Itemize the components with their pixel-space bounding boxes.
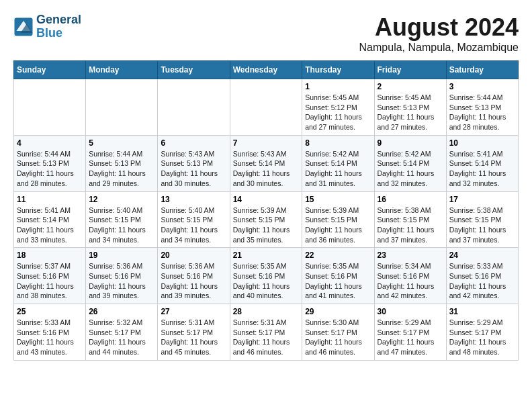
calendar-cell: 25Sunrise: 5:33 AMSunset: 5:16 PMDayligh… — [14, 304, 86, 361]
day-info: Sunrise: 5:38 AMSunset: 5:15 PMDaylight:… — [378, 205, 443, 245]
day-info: Sunrise: 5:29 AMSunset: 5:17 PMDaylight:… — [449, 318, 515, 357]
day-info: Sunrise: 5:39 AMSunset: 5:15 PMDaylight:… — [305, 205, 371, 245]
calendar-cell — [230, 79, 302, 136]
calendar-cell: 24Sunrise: 5:33 AMSunset: 5:16 PMDayligh… — [446, 248, 518, 304]
day-info: Sunrise: 5:37 AMSunset: 5:16 PMDaylight:… — [17, 261, 83, 301]
day-info: Sunrise: 5:43 AMSunset: 5:13 PMDaylight:… — [161, 149, 226, 189]
day-number: 31 — [449, 307, 515, 316]
logo-icon — [13, 17, 34, 37]
day-number: 1 — [305, 82, 371, 91]
logo: General Blue — [13, 13, 81, 40]
location-title: Nampula, Nampula, Mozambique — [359, 42, 519, 54]
calendar-cell: 11Sunrise: 5:41 AMSunset: 5:14 PMDayligh… — [14, 191, 86, 248]
day-info: Sunrise: 5:34 AMSunset: 5:16 PMDaylight:… — [378, 261, 443, 301]
day-info: Sunrise: 5:40 AMSunset: 5:15 PMDaylight:… — [161, 205, 226, 245]
calendar-header-sunday: Sunday — [14, 61, 86, 79]
day-number: 29 — [305, 307, 371, 316]
calendar-cell: 31Sunrise: 5:29 AMSunset: 5:17 PMDayligh… — [446, 304, 518, 361]
logo-text: General Blue — [36, 13, 81, 40]
day-info: Sunrise: 5:41 AMSunset: 5:14 PMDaylight:… — [17, 205, 83, 245]
day-number: 10 — [449, 138, 515, 148]
calendar-header-tuesday: Tuesday — [158, 61, 230, 79]
day-info: Sunrise: 5:45 AMSunset: 5:12 PMDaylight:… — [305, 93, 371, 132]
calendar-cell: 21Sunrise: 5:35 AMSunset: 5:16 PMDayligh… — [230, 248, 302, 304]
day-info: Sunrise: 5:43 AMSunset: 5:14 PMDaylight:… — [233, 149, 300, 189]
calendar-cell: 17Sunrise: 5:38 AMSunset: 5:15 PMDayligh… — [446, 191, 518, 248]
day-number: 25 — [17, 307, 83, 316]
calendar-week-row: 18Sunrise: 5:37 AMSunset: 5:16 PMDayligh… — [14, 248, 519, 304]
day-number: 15 — [305, 195, 371, 204]
calendar-week-row: 11Sunrise: 5:41 AMSunset: 5:14 PMDayligh… — [14, 191, 519, 248]
calendar-header-row: SundayMondayTuesdayWednesdayThursdayFrid… — [14, 61, 519, 79]
day-info: Sunrise: 5:35 AMSunset: 5:16 PMDaylight:… — [305, 261, 371, 301]
calendar-cell: 5Sunrise: 5:44 AMSunset: 5:13 PMDaylight… — [86, 135, 158, 191]
day-number: 3 — [449, 82, 515, 91]
day-number: 12 — [89, 195, 154, 204]
day-info: Sunrise: 5:33 AMSunset: 5:16 PMDaylight:… — [449, 261, 515, 301]
calendar-cell: 27Sunrise: 5:31 AMSunset: 5:17 PMDayligh… — [158, 304, 230, 361]
day-info: Sunrise: 5:45 AMSunset: 5:13 PMDaylight:… — [378, 93, 443, 132]
day-number: 5 — [89, 138, 154, 148]
calendar-cell: 30Sunrise: 5:29 AMSunset: 5:17 PMDayligh… — [374, 304, 446, 361]
day-number: 19 — [89, 250, 154, 260]
day-info: Sunrise: 5:36 AMSunset: 5:16 PMDaylight:… — [89, 261, 154, 301]
day-number: 23 — [378, 250, 443, 260]
day-number: 4 — [17, 138, 83, 148]
day-number: 20 — [161, 250, 226, 260]
calendar-cell: 19Sunrise: 5:36 AMSunset: 5:16 PMDayligh… — [86, 248, 158, 304]
calendar-cell: 26Sunrise: 5:32 AMSunset: 5:17 PMDayligh… — [86, 304, 158, 361]
day-number: 11 — [17, 195, 83, 204]
calendar-header-thursday: Thursday — [302, 61, 374, 79]
day-info: Sunrise: 5:32 AMSunset: 5:17 PMDaylight:… — [89, 318, 154, 357]
calendar-week-row: 25Sunrise: 5:33 AMSunset: 5:16 PMDayligh… — [14, 304, 519, 361]
day-info: Sunrise: 5:42 AMSunset: 5:14 PMDaylight:… — [305, 149, 371, 189]
day-info: Sunrise: 5:38 AMSunset: 5:15 PMDaylight:… — [449, 205, 515, 245]
day-number: 22 — [305, 250, 371, 260]
calendar-cell: 18Sunrise: 5:37 AMSunset: 5:16 PMDayligh… — [14, 248, 86, 304]
calendar-cell: 23Sunrise: 5:34 AMSunset: 5:16 PMDayligh… — [374, 248, 446, 304]
day-number: 28 — [233, 307, 300, 316]
calendar-cell: 15Sunrise: 5:39 AMSunset: 5:15 PMDayligh… — [302, 191, 374, 248]
day-number: 13 — [161, 195, 226, 204]
day-number: 9 — [378, 138, 443, 148]
logo-line2: Blue — [36, 27, 81, 40]
day-number: 17 — [449, 195, 515, 204]
calendar-cell: 13Sunrise: 5:40 AMSunset: 5:15 PMDayligh… — [158, 191, 230, 248]
day-number: 14 — [233, 195, 300, 204]
day-info: Sunrise: 5:44 AMSunset: 5:13 PMDaylight:… — [17, 149, 83, 189]
calendar-cell: 14Sunrise: 5:39 AMSunset: 5:15 PMDayligh… — [230, 191, 302, 248]
day-info: Sunrise: 5:42 AMSunset: 5:14 PMDaylight:… — [378, 149, 443, 189]
calendar-cell: 6Sunrise: 5:43 AMSunset: 5:13 PMDaylight… — [158, 135, 230, 191]
calendar-cell: 9Sunrise: 5:42 AMSunset: 5:14 PMDaylight… — [374, 135, 446, 191]
day-info: Sunrise: 5:40 AMSunset: 5:15 PMDaylight:… — [89, 205, 154, 245]
day-info: Sunrise: 5:39 AMSunset: 5:15 PMDaylight:… — [233, 205, 300, 245]
calendar-header-wednesday: Wednesday — [230, 61, 302, 79]
day-info: Sunrise: 5:33 AMSunset: 5:16 PMDaylight:… — [17, 318, 83, 357]
calendar-week-row: 1Sunrise: 5:45 AMSunset: 5:12 PMDaylight… — [14, 79, 519, 136]
calendar-header-saturday: Saturday — [446, 61, 518, 79]
calendar-cell: 2Sunrise: 5:45 AMSunset: 5:13 PMDaylight… — [374, 79, 446, 136]
calendar-cell: 29Sunrise: 5:30 AMSunset: 5:17 PMDayligh… — [302, 304, 374, 361]
day-number: 8 — [305, 138, 371, 148]
calendar-cell: 22Sunrise: 5:35 AMSunset: 5:16 PMDayligh… — [302, 248, 374, 304]
day-number: 21 — [233, 250, 300, 260]
day-number: 7 — [233, 138, 300, 148]
calendar-cell: 1Sunrise: 5:45 AMSunset: 5:12 PMDaylight… — [302, 79, 374, 136]
day-number: 18 — [17, 250, 83, 260]
day-number: 27 — [161, 307, 226, 316]
calendar-cell: 10Sunrise: 5:41 AMSunset: 5:14 PMDayligh… — [446, 135, 518, 191]
day-info: Sunrise: 5:36 AMSunset: 5:16 PMDaylight:… — [161, 261, 226, 301]
calendar-cell: 28Sunrise: 5:31 AMSunset: 5:17 PMDayligh… — [230, 304, 302, 361]
month-title: August 2024 — [359, 13, 519, 42]
logo-line1: General — [36, 13, 81, 27]
calendar-cell: 7Sunrise: 5:43 AMSunset: 5:14 PMDaylight… — [230, 135, 302, 191]
day-info: Sunrise: 5:35 AMSunset: 5:16 PMDaylight:… — [233, 261, 300, 301]
day-info: Sunrise: 5:30 AMSunset: 5:17 PMDaylight:… — [305, 318, 371, 357]
day-number: 30 — [378, 307, 443, 316]
calendar-table: SundayMondayTuesdayWednesdayThursdayFrid… — [13, 60, 519, 361]
title-block: August 2024 Nampula, Nampula, Mozambique — [359, 13, 519, 54]
calendar-cell — [14, 79, 86, 136]
day-number: 2 — [378, 82, 443, 91]
calendar-header-monday: Monday — [86, 61, 158, 79]
calendar-cell: 20Sunrise: 5:36 AMSunset: 5:16 PMDayligh… — [158, 248, 230, 304]
